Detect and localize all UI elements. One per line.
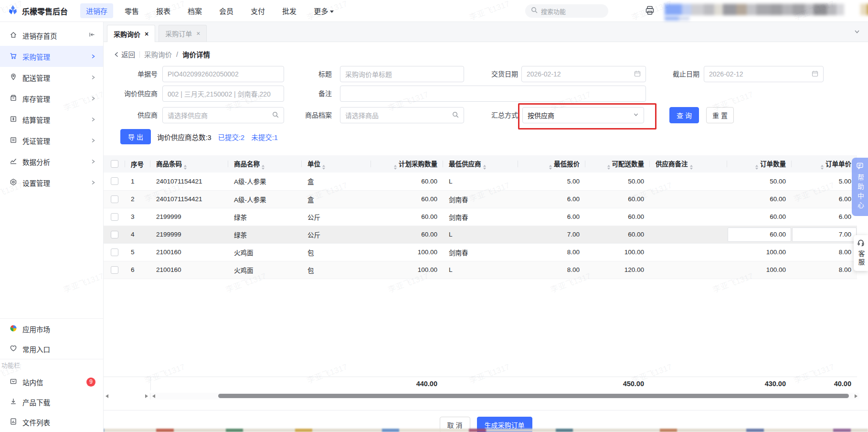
scroll-left-arrow[interactable] xyxy=(106,394,108,398)
sort-icon[interactable] xyxy=(607,165,610,170)
sidebar-item-settings-mgmt[interactable]: 设置管理 xyxy=(0,172,103,193)
breadcrumb-parent[interactable]: 采购询价 xyxy=(144,49,172,59)
sidebar-collapse-icon[interactable] xyxy=(88,31,95,40)
col-order-qty[interactable]: 订单数量 xyxy=(727,155,792,173)
footer-divider xyxy=(104,410,868,410)
table-row[interactable]: 3 2199999 绿茶 公斤 60.00 剑南春 6.00 60.00 60.… xyxy=(104,208,857,226)
supplier-total-count: 询价供应商总数:3 xyxy=(157,132,212,142)
main-area: 采购询价 × 采购订单 × 返回 采购询价 / 询价详情 单据号 PIO4020… xyxy=(104,22,868,432)
summary-mode-select[interactable]: 按供应商 xyxy=(522,107,644,123)
row-checkbox[interactable] xyxy=(111,231,118,238)
sort-icon[interactable] xyxy=(394,165,397,170)
sort-icon[interactable] xyxy=(483,165,486,170)
nav-item-purchase-sale-stock[interactable]: 进销存 xyxy=(80,3,113,18)
sidebar-item-app-market[interactable]: 应用市场 xyxy=(0,319,103,339)
col-min-price[interactable]: 最低报价 xyxy=(518,155,585,173)
reset-button[interactable]: 重 置 xyxy=(706,107,734,123)
remark-input[interactable] xyxy=(340,86,646,102)
table-row[interactable]: 2 2401071154421 A级-人参果 盒 60.00 剑南春 6.00 … xyxy=(104,190,857,208)
back-button[interactable]: 返回 xyxy=(114,49,135,59)
order-price-input[interactable]: 7.00 xyxy=(792,227,857,242)
order-qty-input[interactable]: 60.00 xyxy=(728,227,791,242)
close-icon[interactable]: × xyxy=(145,31,148,37)
select-all-checkbox[interactable] xyxy=(111,160,118,168)
col-name[interactable]: 商品名称 xyxy=(228,155,302,173)
sidebar-item-delivery-mgmt[interactable]: 配送管理 xyxy=(0,67,103,88)
close-icon[interactable]: × xyxy=(196,30,200,37)
customer-service-tab[interactable]: 客服 xyxy=(854,235,868,271)
tab-purchase-order[interactable]: 采购订单 × xyxy=(159,25,207,42)
scroll-right-arrow[interactable] xyxy=(145,394,148,398)
sidebar-item-inventory-mgmt[interactable]: 库存管理 xyxy=(0,88,103,109)
file-list-icon xyxy=(10,418,17,427)
nav-item-more[interactable]: 更多 xyxy=(308,3,339,18)
app-title: 乐檬零售后台 xyxy=(22,5,68,17)
export-button[interactable]: 导 出 xyxy=(120,129,151,144)
row-checkbox[interactable] xyxy=(111,177,118,185)
sidebar-item-product-download[interactable]: 产品下载 xyxy=(0,392,103,412)
table-row[interactable]: 5 2100160 火鸡面 包 100.00 剑南春 8.00 100.00 1… xyxy=(104,243,857,261)
sidebar-item-favorites[interactable]: 常用入口 xyxy=(0,339,103,359)
col-unit[interactable]: 单位 xyxy=(302,155,371,173)
global-search-input[interactable]: 搜索功能 xyxy=(525,4,608,18)
sort-icon[interactable] xyxy=(262,165,265,170)
delivery-date-input[interactable]: 2026-02-12 xyxy=(521,66,646,82)
sidebar-item-inbox[interactable]: 站内信 9 xyxy=(0,372,103,392)
sidebar-item-purchase-mgmt[interactable]: 采购管理 xyxy=(0,46,103,67)
row-checkbox[interactable] xyxy=(111,248,118,256)
tab-purchase-inquiry[interactable]: 采购询价 × xyxy=(107,25,155,42)
search-icon[interactable] xyxy=(452,111,459,119)
sidebar-item-settlement-mgmt[interactable]: 结算管理 xyxy=(0,109,103,130)
nav-item-wholesale[interactable]: 批发 xyxy=(276,3,302,18)
sort-icon[interactable] xyxy=(322,165,325,170)
sort-icon[interactable] xyxy=(821,165,824,170)
calendar-icon xyxy=(812,70,818,78)
scrollbar-thumb[interactable] xyxy=(218,394,849,398)
table-row[interactable]: 6 2100160 火鸡面 包 100.00 L 8.00 120.00 100… xyxy=(104,261,857,279)
col-deliverable-qty[interactable]: 可配送数量 xyxy=(585,155,650,173)
printer-icon[interactable] xyxy=(645,5,655,18)
product-input[interactable]: 请选择商品 xyxy=(340,107,464,123)
scroll-left-arrow[interactable] xyxy=(152,394,155,398)
inquiry-stats: 询价供应商总数:3 已提交:2 未提交:1 xyxy=(157,129,278,144)
col-supplier-note[interactable]: 供应商备注 xyxy=(650,155,727,173)
sort-icon[interactable] xyxy=(690,165,693,170)
row-checkbox[interactable] xyxy=(111,213,118,221)
sort-icon[interactable] xyxy=(755,165,758,170)
doc-no-input[interactable]: PIO4020992602050002 xyxy=(162,66,284,82)
sidebar-item-file-list[interactable]: 文件列表 xyxy=(0,412,103,432)
help-center-tab[interactable]: 帮助中心 xyxy=(852,158,868,216)
row-checkbox[interactable] xyxy=(111,195,118,203)
supplier-input[interactable]: 请选择供应商 xyxy=(162,107,284,123)
search-placeholder: 搜索功能 xyxy=(541,7,566,16)
nav-item-payment[interactable]: 支付 xyxy=(245,3,271,18)
table-row-editing[interactable]: 4 2199999 绿茶 公斤 60.00 L 7.00 60.00 60.00… xyxy=(104,226,857,243)
frozen-scrollbar[interactable] xyxy=(104,393,150,400)
nav-item-reports[interactable]: 报表 xyxy=(150,3,176,18)
col-plan-qty[interactable]: 计划采购数量 xyxy=(371,155,443,173)
col-order-price[interactable]: 订单单价 xyxy=(792,155,857,173)
inquiry-supplier-input[interactable]: 002 | 三月天,2150002 | 剑南春,220 xyxy=(162,86,284,102)
sidebar-item-voucher-mgmt[interactable]: 凭证管理 xyxy=(0,130,103,151)
nav-item-archives[interactable]: 档案 xyxy=(182,3,208,18)
nav-item-members[interactable]: 会员 xyxy=(213,3,239,18)
sidebar-item-home[interactable]: 进销存首页 xyxy=(0,25,103,46)
table-row[interactable]: 1 2401071154421 A级-人参果 盒 60.00 L 5.00 50… xyxy=(104,173,857,190)
main-scrollbar[interactable] xyxy=(150,393,859,400)
total-plan-qty: 440.00 xyxy=(371,377,443,390)
query-button[interactable]: 查 询 xyxy=(669,107,699,123)
row-checkbox[interactable] xyxy=(111,266,118,274)
unsubmitted-count[interactable]: 未提交:1 xyxy=(251,132,278,142)
title-input[interactable]: 采购询价单标题 xyxy=(340,66,464,82)
deadline-date-input[interactable]: 2026-02-12 xyxy=(704,66,824,82)
col-min-supplier[interactable]: 最低供应商 xyxy=(443,155,518,173)
nav-item-retail[interactable]: 零售 xyxy=(119,3,145,18)
app-market-icon xyxy=(10,324,17,334)
submitted-count[interactable]: 已提交:2 xyxy=(218,132,245,142)
sidebar-item-data-analysis[interactable]: 数据分析 xyxy=(0,151,103,172)
sort-icon[interactable] xyxy=(549,165,552,170)
sort-icon[interactable] xyxy=(184,165,187,170)
col-barcode[interactable]: 商品条码 xyxy=(150,155,228,173)
scroll-right-arrow[interactable] xyxy=(855,394,857,398)
tab-overflow-chevron-icon[interactable] xyxy=(854,28,860,37)
